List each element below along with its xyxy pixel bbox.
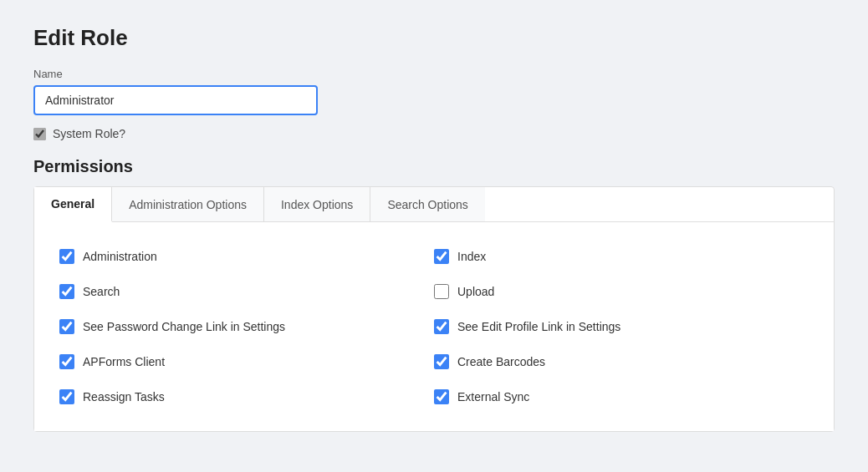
tab-index-options[interactable]: Index Options: [264, 187, 370, 221]
label-index: Index: [457, 250, 486, 263]
system-role-label: System Role?: [53, 127, 125, 140]
permission-item-administration: Administration: [59, 239, 434, 274]
label-administration: Administration: [83, 250, 157, 263]
permission-item-see-edit-profile: See Edit Profile Link in Settings: [434, 309, 809, 344]
checkbox-see-password[interactable]: [59, 319, 74, 334]
permissions-body: Administration Index Search Upload: [34, 222, 834, 431]
label-see-edit-profile: See Edit Profile Link in Settings: [457, 320, 620, 333]
label-search: Search: [83, 285, 120, 298]
tab-general[interactable]: General: [34, 187, 112, 222]
tab-search-options[interactable]: Search Options: [370, 187, 485, 221]
page-container: Edit Role Name System Role? Permissions …: [0, 0, 868, 472]
permission-item-search: Search: [59, 274, 434, 309]
tabs-container: General Administration Options Index Opt…: [33, 186, 835, 432]
checkbox-create-barcodes[interactable]: [434, 354, 449, 369]
permissions-grid: Administration Index Search Upload: [59, 239, 809, 414]
checkbox-reassign-tasks[interactable]: [59, 389, 74, 404]
permission-item-see-password: See Password Change Link in Settings: [59, 309, 434, 344]
label-upload: Upload: [457, 285, 494, 298]
checkbox-administration[interactable]: [59, 249, 74, 264]
tab-administration-options[interactable]: Administration Options: [112, 187, 264, 221]
system-role-row: System Role?: [33, 127, 835, 140]
checkbox-see-edit-profile[interactable]: [434, 319, 449, 334]
permission-item-index: Index: [434, 239, 809, 274]
permission-item-reassign-tasks: Reassign Tasks: [59, 379, 434, 414]
checkbox-search[interactable]: [59, 284, 74, 299]
label-external-sync: External Sync: [457, 390, 529, 403]
permissions-title: Permissions: [33, 157, 835, 176]
label-see-password: See Password Change Link in Settings: [83, 320, 285, 333]
page-title: Edit Role: [33, 25, 835, 51]
label-apforms: APForms Client: [83, 355, 165, 368]
system-role-checkbox[interactable]: [33, 128, 46, 140]
permission-item-upload: Upload: [434, 274, 809, 309]
name-input[interactable]: [33, 85, 318, 115]
label-reassign-tasks: Reassign Tasks: [83, 390, 165, 403]
label-create-barcodes: Create Barcodes: [457, 355, 545, 368]
checkbox-index[interactable]: [434, 249, 449, 264]
permission-item-external-sync: External Sync: [434, 379, 809, 414]
checkbox-apforms[interactable]: [59, 354, 74, 369]
tabs-header: General Administration Options Index Opt…: [34, 187, 834, 222]
permission-item-apforms: APForms Client: [59, 344, 434, 379]
permission-item-create-barcodes: Create Barcodes: [434, 344, 809, 379]
checkbox-upload[interactable]: [434, 284, 449, 299]
name-label: Name: [33, 68, 835, 80]
checkbox-external-sync[interactable]: [434, 389, 449, 404]
